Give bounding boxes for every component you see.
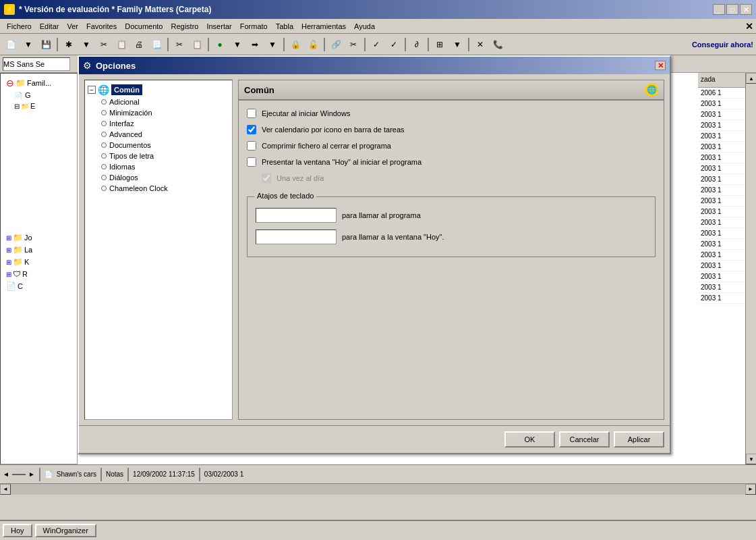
tree-tipos-de-letra[interactable]: Tipos de letra xyxy=(98,151,229,161)
tb-cut[interactable]: ✂ xyxy=(96,36,112,53)
shortcut-input-1[interactable] xyxy=(256,208,337,223)
tb-phone[interactable]: 📞 xyxy=(490,36,506,53)
menu-editar[interactable]: Editar xyxy=(36,21,63,32)
tb-nav-dropdown2[interactable]: ▼ xyxy=(264,36,281,53)
apply-button[interactable]: Aplicar xyxy=(614,431,664,448)
tree-l[interactable]: ⊞ 📁 La xyxy=(3,244,74,256)
checkbox-comprimir[interactable] xyxy=(247,141,256,151)
menu-ver[interactable]: Ver xyxy=(63,21,82,32)
tree-item-icon xyxy=(101,110,107,115)
scroll-track xyxy=(746,84,756,454)
year-row-9: 2003 1 xyxy=(698,174,745,185)
minimize-button[interactable]: _ xyxy=(713,4,725,15)
menu-formato[interactable]: Formato xyxy=(236,21,272,32)
tb-table[interactable]: ⊞ xyxy=(432,36,448,53)
tb-nav-dropdown[interactable]: ▼ xyxy=(229,36,245,53)
tree-k[interactable]: ⊞ 📁 K xyxy=(3,256,74,268)
menu-ayuda[interactable]: Ayuda xyxy=(350,21,379,32)
dialog-close-button[interactable]: ✕ xyxy=(655,61,666,70)
scroll-down[interactable]: ▼ xyxy=(746,454,756,464)
status-name: Shawn's cars xyxy=(57,470,96,478)
tree-interfaz[interactable]: Interfaz xyxy=(98,118,229,129)
tb-check2[interactable]: ✓ xyxy=(386,36,402,53)
tree-documentos[interactable]: Documentos xyxy=(98,140,229,151)
tb-asterisk[interactable]: ✱ xyxy=(61,36,77,53)
menu-tabla[interactable]: Tabla xyxy=(272,21,297,32)
tb-green-arrow[interactable]: ● xyxy=(212,36,228,53)
tree-item-icon xyxy=(101,132,107,137)
sep9 xyxy=(468,38,469,51)
tree-family[interactable]: ⊖ 📁 Famil... xyxy=(3,76,74,90)
menu-documento[interactable]: Documento xyxy=(121,21,167,32)
nav-left[interactable]: ◄ xyxy=(3,470,9,478)
tree-dialogos[interactable]: Diálogos xyxy=(98,172,229,183)
tree-minimizacion[interactable]: Minimización xyxy=(98,107,229,118)
sep4 xyxy=(283,38,285,51)
cancel-button[interactable]: Cancelar xyxy=(559,431,610,448)
dialog-title-text: Opciones xyxy=(96,61,136,71)
checkbox-ejecutar[interactable] xyxy=(247,109,256,118)
tb-page[interactable]: 📃 xyxy=(148,36,165,53)
tree-e[interactable]: ⊟ 📁 E xyxy=(11,101,74,111)
winorganizer-button[interactable]: WinOrganizer xyxy=(35,524,96,537)
menu-close-icon[interactable]: ✕ xyxy=(745,21,753,32)
tree-adicional[interactable]: Adicional xyxy=(98,97,229,107)
tree-r[interactable]: ⊞ 🛡 R xyxy=(3,268,74,280)
menu-insertar[interactable]: Insertar xyxy=(202,21,235,32)
tree-idiomas[interactable]: Idiomas xyxy=(98,161,229,172)
shortcut-input-2[interactable] xyxy=(256,230,337,244)
tb-check[interactable]: ✓ xyxy=(368,36,384,53)
menu-herramientas[interactable]: Herramientas xyxy=(297,21,350,32)
tb-dropdown[interactable]: ▼ xyxy=(20,36,36,53)
tree-root-label[interactable]: Común xyxy=(111,84,142,95)
nav-right[interactable]: ► xyxy=(28,470,35,478)
scroll-left[interactable]: ◄ xyxy=(0,484,11,495)
panel-icon: 🌐 xyxy=(645,83,658,97)
scroll-up[interactable]: ▲ xyxy=(746,73,756,84)
menu-favorites[interactable]: Favorites xyxy=(82,21,121,32)
checkbox-ver-calendario[interactable] xyxy=(247,125,256,134)
tb-right-arrow[interactable]: ➡ xyxy=(247,36,263,53)
status-icon: 📄 xyxy=(45,470,53,478)
tree-j[interactable]: ⊞ 📁 Jo xyxy=(3,111,74,244)
scroll-right[interactable]: ► xyxy=(745,484,756,495)
year-row-15: 2003 1 xyxy=(698,239,745,250)
tb-copy[interactable]: 📋 xyxy=(113,36,129,53)
tb-save[interactable]: 💾 xyxy=(38,36,54,53)
tb-paste[interactable]: 📋 xyxy=(189,36,205,53)
tb-print[interactable]: 🖨 xyxy=(131,36,147,53)
tree-g[interactable]: 📄 G xyxy=(11,90,74,101)
menu-registro[interactable]: Registro xyxy=(167,21,202,32)
tree-c[interactable]: 📄 C xyxy=(3,280,74,292)
close-button[interactable]: ✕ xyxy=(740,4,752,15)
hoy-button[interactable]: Hoy xyxy=(3,524,32,537)
tb-unlock[interactable]: 🔓 xyxy=(305,36,321,53)
dialog-title-bar: ⚙ Opciones ✕ xyxy=(79,57,670,74)
year-row-12: 2003 1 xyxy=(698,207,745,217)
main-window: 🌟 * Versión de evaluación * Family Matte… xyxy=(0,0,756,540)
font-input[interactable] xyxy=(3,57,70,71)
ok-button[interactable]: OK xyxy=(504,431,555,448)
year-row-2: 2003 1 xyxy=(698,99,745,109)
tb-lock[interactable]: 🔒 xyxy=(287,36,303,53)
year-row-8: 2003 1 xyxy=(698,163,745,174)
tree-collapse-btn[interactable]: − xyxy=(88,86,96,94)
checkbox-presentar[interactable] xyxy=(247,157,256,167)
promo-label[interactable]: Conseguir ahora! xyxy=(692,40,753,49)
maximize-button[interactable]: □ xyxy=(726,4,738,15)
tree-advanced[interactable]: Advanced xyxy=(98,129,229,140)
tb-dropdown2[interactable]: ▼ xyxy=(78,36,94,53)
tb-link[interactable]: 🔗 xyxy=(328,36,344,53)
tb-cut2[interactable]: ✂ xyxy=(345,36,361,53)
tb-new[interactable]: 📄 xyxy=(3,36,19,53)
tb-scissors[interactable]: ✂ xyxy=(171,36,187,53)
sep3 xyxy=(208,38,209,51)
tree-chameleon[interactable]: Chameleon Clock xyxy=(98,183,229,194)
checkbox-una-vez[interactable] xyxy=(262,173,271,183)
tb-table-dropdown[interactable]: ▼ xyxy=(449,36,465,53)
menu-fichero[interactable]: Fichero xyxy=(3,21,36,32)
tb-ampersand[interactable]: ∂ xyxy=(409,36,425,53)
tb-x-mark[interactable]: ✕ xyxy=(472,36,488,53)
checkbox-row-2: Ver calendario por icono en barra de tar… xyxy=(247,125,656,134)
sep8 xyxy=(428,38,429,51)
